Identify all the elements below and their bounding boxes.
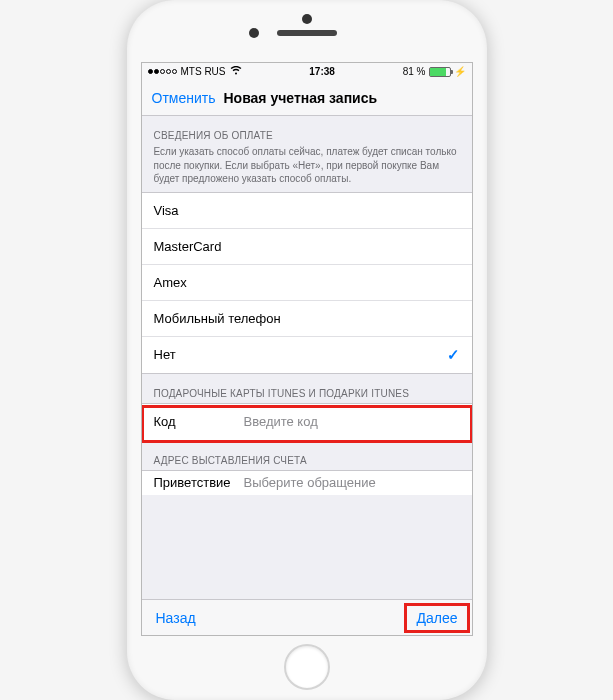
back-button[interactable]: Назад bbox=[156, 610, 196, 626]
battery-icon bbox=[429, 67, 451, 77]
battery-status: 81 % ⚡ bbox=[403, 66, 466, 77]
salutation-label: Приветствие bbox=[154, 475, 244, 490]
bottom-toolbar: Назад Далее bbox=[142, 599, 472, 635]
clock: 17:38 bbox=[309, 66, 335, 77]
payment-desc: Если указать способ оплаты сейчас, плате… bbox=[142, 145, 472, 192]
payment-option-mobile[interactable]: Мобильный телефон bbox=[142, 301, 472, 337]
code-input[interactable]: Введите код bbox=[244, 414, 318, 429]
wifi-icon bbox=[230, 66, 242, 77]
code-label: Код bbox=[154, 414, 244, 429]
gift-code-row[interactable]: Код Введите код bbox=[142, 404, 472, 440]
screen: MTS RUS 17:38 81 % ⚡ Отменить Новая учет… bbox=[141, 62, 473, 636]
speaker-grille bbox=[277, 30, 337, 36]
iphone-frame: MTS RUS 17:38 81 % ⚡ Отменить Новая учет… bbox=[127, 0, 487, 700]
charging-icon: ⚡ bbox=[454, 66, 466, 77]
page-title: Новая учетная запись bbox=[223, 90, 377, 106]
checkmark-icon: ✓ bbox=[447, 346, 460, 364]
payment-option-visa[interactable]: Visa bbox=[142, 193, 472, 229]
battery-pct: 81 % bbox=[403, 66, 426, 77]
content-scroll[interactable]: СВЕДЕНИЯ ОБ ОПЛАТЕ Если указать способ о… bbox=[142, 116, 472, 599]
camera-dot bbox=[249, 28, 259, 38]
billing-header: АДРЕС ВЫСТАВЛЕНИЯ СЧЕТА bbox=[142, 441, 472, 470]
gift-list: Код Введите код bbox=[142, 403, 472, 441]
option-label: Мобильный телефон bbox=[154, 311, 281, 326]
payment-option-none[interactable]: Нет ✓ bbox=[142, 337, 472, 373]
salutation-row[interactable]: Приветствие Выберите обращение bbox=[142, 471, 472, 495]
home-button[interactable] bbox=[284, 644, 330, 690]
payment-option-amex[interactable]: Amex bbox=[142, 265, 472, 301]
next-button[interactable]: Далее bbox=[416, 610, 457, 626]
option-label: MasterCard bbox=[154, 239, 222, 254]
payment-header: СВЕДЕНИЯ ОБ ОПЛАТЕ bbox=[142, 116, 472, 145]
option-label: Visa bbox=[154, 203, 179, 218]
salutation-value: Выберите обращение bbox=[244, 475, 376, 490]
status-left: MTS RUS bbox=[148, 66, 242, 77]
payment-options-list: Visa MasterCard Amex Мобильный телефон Н… bbox=[142, 192, 472, 374]
cancel-button[interactable]: Отменить bbox=[152, 90, 216, 106]
option-label: Нет bbox=[154, 347, 176, 362]
sensor-dot bbox=[302, 14, 312, 24]
nav-bar: Отменить Новая учетная запись bbox=[142, 80, 472, 116]
signal-dots bbox=[148, 69, 177, 74]
payment-option-mastercard[interactable]: MasterCard bbox=[142, 229, 472, 265]
option-label: Amex bbox=[154, 275, 187, 290]
status-bar: MTS RUS 17:38 81 % ⚡ bbox=[142, 63, 472, 80]
carrier-label: MTS RUS bbox=[181, 66, 226, 77]
billing-list: Приветствие Выберите обращение bbox=[142, 470, 472, 495]
gift-header: ПОДАРОЧНЫЕ КАРТЫ ITUNES И ПОДАРКИ ITUNES bbox=[142, 374, 472, 403]
